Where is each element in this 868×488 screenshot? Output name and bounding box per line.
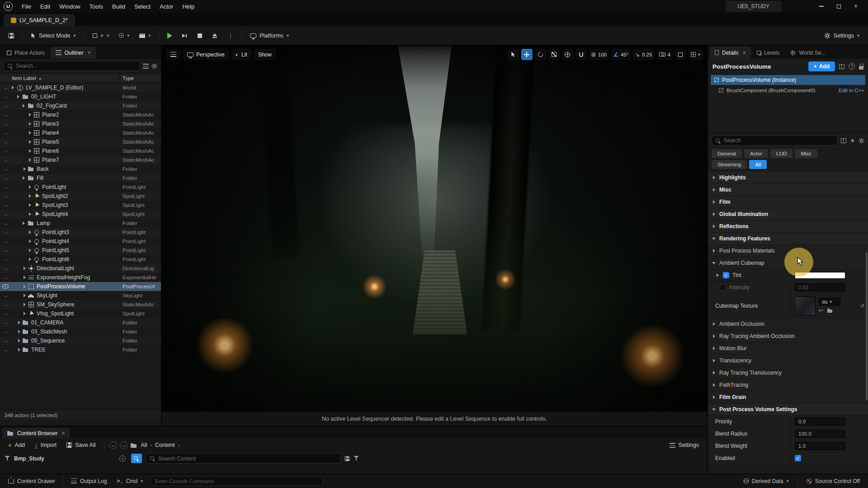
visibility-toggle[interactable] [0, 183, 11, 192]
visibility-toggle[interactable] [0, 101, 11, 110]
details-search-input[interactable] [724, 137, 834, 144]
category-row[interactable]: Ambient Cubemap [708, 257, 868, 269]
visibility-toggle[interactable] [0, 246, 11, 255]
category-row[interactable]: Film [708, 196, 868, 208]
visibility-toggle[interactable] [0, 110, 11, 119]
outliner-row[interactable]: PointLight4 PointLight [0, 237, 161, 246]
outliner-row[interactable]: 02_FogCard Folder [0, 101, 161, 110]
expander-icon[interactable] [27, 258, 33, 261]
expander-icon[interactable] [712, 188, 716, 192]
expander-icon[interactable] [715, 273, 720, 277]
details-filter-chip[interactable]: LOD [770, 149, 793, 158]
cb-add-button[interactable]: +Add [5, 440, 28, 450]
menu-item[interactable]: Window [55, 1, 85, 12]
blend-radius-input[interactable]: 100.0 [795, 430, 845, 438]
content-searchbox[interactable] [146, 453, 341, 464]
favorites-icon[interactable] [850, 137, 855, 144]
details-searchbox[interactable] [712, 136, 837, 145]
output-log-button[interactable]: Output Log [66, 476, 111, 487]
visibility-toggle[interactable] [0, 255, 11, 264]
category-row[interactable]: Ambient Occlusion [708, 318, 868, 330]
visibility-toggle[interactable] [0, 137, 11, 146]
category-row[interactable]: Misc [708, 184, 868, 196]
expander-icon[interactable] [16, 95, 22, 99]
visibility-toggle[interactable] [0, 219, 11, 228]
browse-to-asset-icon[interactable] [827, 309, 833, 313]
surface-snap-toggle[interactable] [576, 49, 587, 60]
expander-icon[interactable] [27, 239, 33, 243]
move-tool-button[interactable] [521, 49, 533, 60]
outliner-row[interactable]: PointLight6 PointLight [0, 255, 161, 264]
save-button[interactable] [5, 30, 18, 42]
expander-icon[interactable] [712, 395, 716, 399]
expander-icon[interactable] [27, 149, 33, 153]
visibility-toggle[interactable] [0, 309, 11, 318]
forward-button[interactable]: → [120, 441, 127, 449]
add-actor-button[interactable]: + [89, 29, 113, 42]
visibility-toggle[interactable] [0, 318, 11, 327]
outliner-row[interactable]: 00_LIGHT Folder [0, 92, 161, 101]
expander-icon[interactable] [16, 330, 22, 333]
outliner-row[interactable]: Plane3 StaticMeshAc [0, 119, 161, 128]
add-filter-icon[interactable]: + [119, 455, 126, 462]
expander-icon[interactable] [22, 176, 27, 180]
outliner-row[interactable]: Plane2 StaticMeshAc [0, 110, 161, 119]
expander-icon[interactable] [27, 140, 33, 144]
category-row[interactable]: Translucency [708, 355, 868, 367]
content-drawer-button[interactable]: Content Drawer [4, 476, 60, 487]
visibility-toggle[interactable] [0, 92, 11, 101]
level-viewport[interactable]: Perspective ◐Lit Show ⊞100 [162, 45, 707, 426]
search-filter-icon[interactable] [354, 456, 359, 461]
expander-icon[interactable] [712, 371, 716, 375]
use-selected-asset-icon[interactable]: ↩ [819, 307, 823, 314]
details-scrollbar[interactable] [866, 252, 868, 400]
visibility-toggle[interactable] [0, 155, 11, 164]
expander-icon[interactable] [712, 212, 716, 216]
expander-icon[interactable] [27, 122, 33, 126]
expander-icon[interactable] [27, 131, 33, 135]
menu-item[interactable]: File [17, 1, 36, 12]
details-settings-icon[interactable] [859, 138, 864, 144]
enabled-checkbox[interactable]: ✓ [795, 455, 801, 461]
tint-override-checkbox[interactable]: ✓ [723, 272, 729, 278]
expander-icon[interactable] [712, 200, 716, 204]
visibility-toggle[interactable] [0, 119, 11, 128]
tab-place-actors[interactable]: Place Actors [2, 47, 50, 59]
visibility-toggle[interactable] [0, 327, 11, 336]
grid-snap-button[interactable]: ⊞100 [589, 49, 609, 60]
category-row[interactable]: Motion Blur [708, 343, 868, 355]
category-row[interactable]: Ray Tracing Ambient Occlusion [708, 330, 868, 343]
close-button[interactable]: × [847, 0, 864, 12]
asset-search-button[interactable] [131, 454, 142, 463]
cinematics-button[interactable] [135, 30, 155, 41]
outliner-row[interactable]: SpotLight4 SpotLight [0, 210, 161, 219]
expander-icon[interactable] [27, 230, 33, 234]
expander-icon[interactable] [22, 167, 27, 171]
save-search-icon[interactable] [344, 456, 349, 461]
expander-icon[interactable] [16, 348, 22, 352]
outliner-row[interactable]: ExponentialHeightFog ExponentialHe [0, 273, 161, 282]
filters-funnel-icon[interactable] [5, 456, 10, 461]
outliner-row[interactable]: SpotLight2 SpotLight [0, 192, 161, 201]
derived-data-button[interactable]: Derived Data [739, 476, 793, 487]
outliner-search-input[interactable] [16, 63, 137, 69]
visibility-toggle[interactable] [0, 128, 11, 137]
outliner-row[interactable]: PointLight3 PointLight [0, 228, 161, 237]
visibility-toggle[interactable] [0, 336, 11, 345]
platforms-dropdown[interactable]: Platforms [246, 29, 293, 42]
visibility-toggle[interactable] [0, 345, 11, 354]
filter-label[interactable]: Bmp_Study [14, 455, 44, 462]
menu-item[interactable]: Tools [85, 1, 108, 12]
expander-icon[interactable] [712, 225, 716, 228]
select-mode-dropdown[interactable]: Select Mode [27, 29, 80, 42]
breadcrumb-content[interactable]: Content [155, 442, 175, 448]
outliner-row[interactable]: PointLight PointLight [0, 183, 161, 192]
maximize-button[interactable] [830, 0, 847, 12]
eject-button[interactable] [208, 30, 222, 42]
expander-icon[interactable] [712, 347, 716, 350]
skip-button[interactable] [178, 30, 192, 42]
outliner-row[interactable]: Lamp Folder [0, 219, 161, 228]
expander-icon[interactable] [22, 285, 27, 288]
visibility-toggle[interactable] [0, 146, 11, 155]
expander-icon[interactable] [27, 249, 33, 252]
